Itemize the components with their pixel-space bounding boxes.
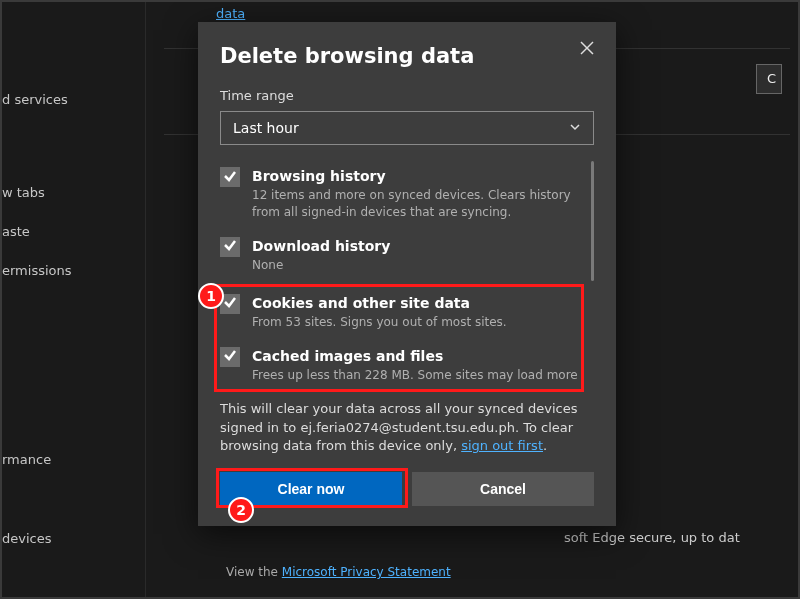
check-icon	[223, 168, 237, 187]
close-icon	[580, 40, 594, 59]
check-icon	[223, 294, 237, 313]
dialog-buttons: Clear now Cancel	[220, 472, 594, 506]
option-subtitle: 12 items and more on synced devices. Cle…	[252, 187, 580, 221]
privacy-statement-link[interactable]: Microsoft Privacy Statement	[282, 565, 451, 579]
option-subtitle: Frees up less than 228 MB. Some sites ma…	[252, 367, 580, 384]
option-cookies: Cookies and other site data From 53 site…	[220, 288, 580, 341]
chevron-down-icon	[569, 120, 581, 136]
options-list: Browsing history 12 items and more on sy…	[220, 161, 594, 390]
footer-prefix: View the	[226, 565, 282, 579]
time-range-label: Time range	[220, 88, 594, 103]
check-icon	[223, 237, 237, 256]
disclaimer-suffix: .	[543, 438, 547, 453]
highlighted-options: Cookies and other site data From 53 site…	[220, 288, 580, 390]
checkbox-browsing-history[interactable]	[220, 167, 240, 187]
checkbox-cached[interactable]	[220, 347, 240, 367]
scrollbar-thumb[interactable]	[591, 161, 594, 281]
settings-sidebar: d services w tabs aste ermissions rmance…	[2, 2, 146, 597]
option-subtitle: None	[252, 257, 580, 274]
option-download-history: Download history None	[220, 231, 580, 284]
sign-out-link[interactable]: sign out first	[461, 438, 543, 453]
sync-disclaimer: This will clear your data across all you…	[220, 400, 594, 457]
annotation-badge-1: 1	[198, 283, 224, 309]
close-button[interactable]	[580, 40, 598, 58]
checkbox-download-history[interactable]	[220, 237, 240, 257]
cancel-button[interactable]: Cancel	[412, 472, 594, 506]
option-browsing-history: Browsing history 12 items and more on sy…	[220, 161, 580, 231]
sidebar-item-permissions[interactable]: ermissions	[2, 251, 145, 290]
option-title: Cached images and files	[252, 347, 580, 365]
option-cached: Cached images and files Frees up less th…	[220, 341, 580, 390]
choose-button[interactable]: C	[756, 64, 782, 94]
delete-browsing-data-dialog: Delete browsing data Time range Last hou…	[198, 22, 616, 526]
option-title: Download history	[252, 237, 580, 255]
sidebar-item-services[interactable]: d services	[2, 80, 145, 119]
dialog-title: Delete browsing data	[220, 44, 594, 68]
sidebar-item-paste[interactable]: aste	[2, 212, 145, 251]
sidebar-item-devices[interactable]: devices	[2, 519, 145, 558]
option-title: Cookies and other site data	[252, 294, 580, 312]
option-subtitle: From 53 sites. Signs you out of most sit…	[252, 314, 580, 331]
check-icon	[223, 347, 237, 366]
sidebar-item-tabs[interactable]: w tabs	[2, 173, 145, 212]
option-title: Browsing history	[252, 167, 580, 185]
sidebar-item-performance[interactable]: rmance	[2, 440, 145, 479]
time-range-dropdown[interactable]: Last hour	[220, 111, 594, 145]
privacy-footer: View the Microsoft Privacy Statement	[226, 565, 451, 579]
edge-secure-text: soft Edge secure, up to dat	[564, 528, 782, 548]
annotation-badge-2: 2	[228, 497, 254, 523]
scrollbar[interactable]	[588, 161, 594, 291]
data-link[interactable]: data	[216, 6, 245, 21]
time-range-value: Last hour	[233, 120, 299, 136]
